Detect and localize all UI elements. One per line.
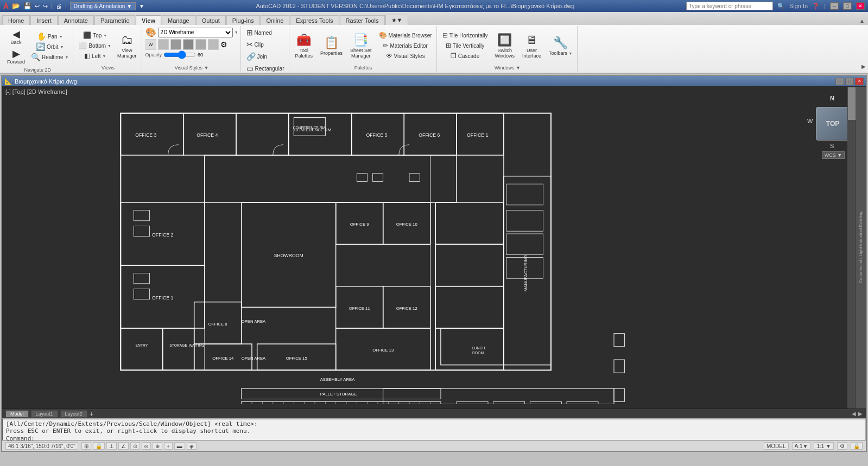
tab-express[interactable]: Express Tools [290, 15, 339, 25]
ortho-btn[interactable]: ⊥ [106, 442, 117, 450]
toolbars-button[interactable]: 🔧 Toolbars ▼ [546, 31, 575, 60]
right-scrollbar[interactable] [847, 87, 855, 408]
scrollbar-thumb[interactable] [848, 87, 856, 120]
layout1-tab[interactable]: Layout1 [31, 410, 58, 418]
tab-insert[interactable]: Insert [30, 15, 58, 25]
minimize-btn[interactable]: ─ [830, 2, 839, 10]
tab-annotate[interactable]: Annotate [58, 15, 94, 25]
ribbon-collapse[interactable]: ▲ [856, 17, 868, 25]
vp-minimize-btn[interactable]: ─ [835, 78, 844, 85]
workspace-expand[interactable]: ▼ [139, 3, 144, 9]
ducs-btn[interactable]: ⊕ [153, 442, 162, 450]
left-view-icon: ◧ [84, 52, 90, 60]
lock-icon[interactable]: 🔒 [851, 442, 863, 450]
named-viewport-button[interactable]: ⊞ Named [244, 27, 274, 38]
drawing-area[interactable]: [-] [Top] [2D Wireframe] OFFICE 3 OFFICE… [2, 87, 866, 408]
opacity-slider[interactable] [163, 52, 196, 58]
sign-in[interactable]: Sign In [789, 3, 808, 9]
osnap-btn[interactable]: ⊙ [130, 442, 140, 450]
visual-styles-palette-button[interactable]: 👁 Visual Styles [377, 51, 434, 61]
tile-vertical-button[interactable]: ⊞ Tile Vertically [440, 41, 490, 50]
tab-output[interactable]: Output [196, 15, 226, 25]
tab-online[interactable]: Online [261, 15, 290, 25]
tab-plugins[interactable]: Plug-ins [226, 15, 260, 25]
sheet-set-manager-button[interactable]: 📑 Sheet SetManager [347, 31, 375, 60]
materials-editor-button[interactable]: ✏ Materials Editor [377, 41, 434, 50]
viewcube-top[interactable]: TOP [816, 107, 850, 141]
wcs-label[interactable]: WCS ▼ [822, 151, 845, 159]
grid-btn[interactable]: ⊞ [81, 442, 91, 450]
style-btn-1[interactable]: W [145, 39, 156, 50]
pan-button[interactable]: ✋ Pan ▼ [29, 31, 71, 41]
help-icon[interactable]: ❓ [812, 3, 820, 10]
tp-btn[interactable]: ◈ [187, 442, 197, 450]
view-manager-button[interactable]: 🗂 ViewManager [115, 29, 140, 62]
tool-palettes-button[interactable]: 🧰 ToolPalettes [293, 31, 316, 60]
tab-view[interactable]: View [136, 15, 161, 25]
switch-windows-button[interactable]: 🔲 SwitchWindows [492, 31, 517, 60]
user-interface-button[interactable]: 🖥 UserInterface [519, 31, 544, 60]
style-btn-5[interactable] [195, 39, 206, 50]
rectangular-button[interactable]: ▭ Rectangular [244, 63, 287, 74]
ui-label: UserInterface [522, 48, 541, 59]
workspace-toggle[interactable]: ⚙ [837, 442, 847, 450]
lw-btn[interactable]: ▬ [174, 442, 185, 450]
quick-access-save[interactable]: 💾 [23, 2, 31, 10]
tab-raster[interactable]: Raster Tools [340, 15, 385, 25]
quick-access-undo[interactable]: ↩ [35, 3, 40, 10]
tab-manage[interactable]: Manage [162, 15, 195, 25]
tab-parametric[interactable]: Parametric [94, 15, 135, 25]
vp-restore-btn[interactable]: □ [845, 78, 854, 85]
drafting-annotation-dropdown[interactable]: Drafting & Annotation ▼ [70, 2, 136, 10]
model-tab[interactable]: Model [5, 410, 29, 418]
clip-button[interactable]: ✂ Clip [244, 39, 266, 50]
vp-close-btn[interactable]: ✕ [855, 78, 864, 85]
search-input[interactable] [686, 2, 773, 10]
otrack-btn[interactable]: ∞ [142, 442, 151, 450]
model-label[interactable]: MODEL [764, 442, 789, 450]
style-btn-6[interactable] [208, 39, 219, 50]
realtime-dropdown[interactable]: ▼ [65, 55, 68, 59]
dyn-btn[interactable]: + [164, 442, 173, 450]
restore-btn[interactable]: □ [843, 2, 852, 10]
forward-button[interactable]: ▶ Forward [4, 47, 28, 66]
back-button[interactable]: ◀ Back [4, 27, 28, 47]
polar-btn[interactable]: ∠ [118, 442, 129, 450]
quick-access-plot[interactable]: 🖨 [56, 3, 62, 9]
quick-access-open[interactable]: 📂 [12, 2, 20, 10]
svg-text:OFFICE 14: OFFICE 14 [212, 356, 234, 361]
pan-dropdown[interactable]: ▼ [59, 35, 63, 39]
bottom-view-button[interactable]: ⬜ Bottom ▼ [77, 41, 113, 50]
style-btn-3[interactable] [170, 39, 181, 50]
ribbon-right-arrow[interactable]: ▶ [861, 63, 866, 69]
quick-access-redo[interactable]: ↪ [43, 3, 48, 10]
add-tab[interactable]: + [90, 410, 94, 418]
style-btn-4[interactable] [183, 39, 194, 50]
scale-label[interactable]: A:1▼ [792, 442, 811, 450]
tile-horizontal-button[interactable]: ⊟ Tile Horizontally [440, 30, 490, 40]
tab-custom[interactable]: ★▼ [385, 15, 409, 25]
layout-scroll-left[interactable]: ◀ [852, 411, 856, 417]
join-button[interactable]: 🔗 Join [244, 51, 269, 62]
annotation-scale[interactable]: 1:1 ▼ [814, 442, 834, 450]
svg-rect-110 [614, 334, 624, 347]
top-view-button[interactable]: ⬛ Top ▼ [77, 30, 113, 40]
materials-browser-button[interactable]: 🎨 Materials Browser [377, 30, 434, 40]
style-manager-icon[interactable]: ⚙ [220, 40, 227, 49]
orbit-button[interactable]: 🔄 Orbit ▼ [29, 42, 71, 52]
style-btn-2[interactable] [158, 39, 169, 50]
realtime-button[interactable]: 🔍 Realtime ▼ [29, 52, 71, 62]
svg-rect-69 [372, 174, 383, 182]
floor-plan: OFFICE 3 OFFICE 4 CONFERENCE RM. OFFICE … [16, 95, 645, 404]
close-btn[interactable]: ✕ [856, 2, 865, 10]
cascade-button[interactable]: ❐ Cascade [440, 51, 490, 61]
visual-style-select[interactable]: 2D Wireframe 3D Wireframe Conceptual Rea… [158, 28, 233, 37]
coordinates: 46:1 3/16", 150:0 7/16", 0'0" [5, 442, 78, 450]
properties-button[interactable]: 📋 Properties [318, 31, 345, 60]
orbit-dropdown[interactable]: ▼ [60, 45, 64, 49]
tab-home[interactable]: Home [2, 15, 30, 25]
layout2-tab[interactable]: Layout2 [60, 410, 87, 418]
layout-scroll-right[interactable]: ▶ [858, 411, 863, 417]
snap-btn[interactable]: 🔒 [93, 442, 105, 450]
left-view-button[interactable]: ◧ Left ▼ [77, 51, 113, 61]
